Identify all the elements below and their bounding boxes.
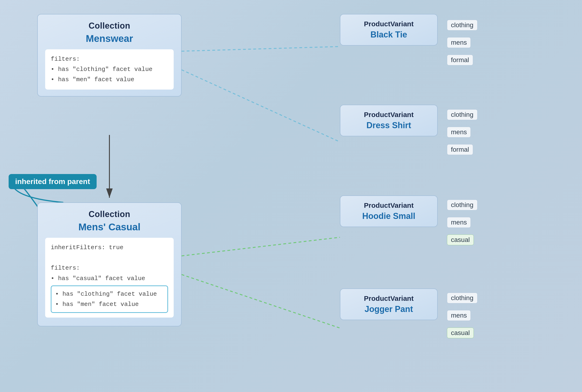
mens-casual-code-box: inheritFilters: true filters: • has "cas…	[45, 238, 174, 318]
jogger-pant-tag-clothing: clothing	[447, 293, 477, 303]
svg-line-2	[182, 46, 340, 51]
dress-shirt-variant-label: ProductVariant	[348, 111, 430, 119]
jogger-pant-tag-casual: casual	[447, 328, 474, 338]
svg-line-5	[182, 274, 340, 328]
jogger-pant-variant-name: Jogger Pant	[348, 304, 430, 314]
hoodie-small-tag-mens: mens	[447, 217, 471, 228]
black-tie-tag-formal: formal	[447, 55, 473, 65]
mens-casual-filters-line: filters:	[51, 264, 80, 272]
menswear-code-box: filters: • has "clothing" facet value • …	[45, 49, 174, 90]
diagram-container: Collection Menswear filters: • has "clot…	[0, 0, 582, 392]
dress-shirt-tag-mens: mens	[447, 127, 471, 138]
svg-line-4	[182, 237, 340, 256]
hoodie-small-variant-name: Hoodie Small	[348, 211, 430, 221]
mens-casual-men-line: • has "men" facet value	[55, 301, 139, 308]
menswear-collection-label: Collection	[45, 21, 174, 31]
hoodie-small-tag-clothing: clothing	[447, 200, 477, 210]
menswear-code-line2: • has "clothing" facet value	[51, 66, 153, 73]
menswear-collection-name: Menswear	[45, 33, 174, 44]
hoodie-small-variant-box: ProductVariant Hoodie Small	[340, 196, 438, 227]
dress-shirt-variant-name: Dress Shirt	[348, 120, 430, 130]
black-tie-tag-mens: mens	[447, 37, 471, 48]
mens-casual-collection-box: Collection Mens' Casual inheritFilters: …	[37, 202, 182, 326]
mens-casual-collection-label: Collection	[45, 210, 174, 219]
dress-shirt-variant-box: ProductVariant Dress Shirt	[340, 105, 438, 136]
hoodie-small-variant-label: ProductVariant	[348, 202, 430, 210]
black-tie-variant-label: ProductVariant	[348, 20, 430, 28]
menswear-code-line3: • has "men" facet value	[51, 76, 134, 83]
black-tie-tag-clothing: clothing	[447, 20, 477, 30]
black-tie-variant-box: ProductVariant Black Tie	[340, 14, 438, 46]
inherited-from-parent-badge: inherited from parent	[9, 174, 97, 189]
mens-casual-casual-line: • has "casual" facet value	[51, 275, 145, 282]
jogger-pant-tag-mens: mens	[447, 310, 471, 321]
dress-shirt-tag-formal: formal	[447, 144, 473, 155]
dress-shirt-tag-clothing: clothing	[447, 109, 477, 120]
menswear-code-line1: filters:	[51, 56, 80, 62]
menswear-collection-box: Collection Menswear filters: • has "clot…	[37, 14, 182, 96]
jogger-pant-variant-box: ProductVariant Jogger Pant	[340, 288, 438, 320]
hoodie-small-tag-casual: casual	[447, 234, 474, 245]
svg-line-3	[182, 70, 340, 142]
mens-casual-inherit-line: inheritFilters: true	[51, 244, 123, 251]
mens-casual-collection-name: Mens' Casual	[45, 222, 174, 233]
mens-casual-clothing-line: • has "clothing" facet value	[55, 290, 157, 298]
jogger-pant-variant-label: ProductVariant	[348, 294, 430, 302]
black-tie-variant-name: Black Tie	[348, 30, 430, 40]
